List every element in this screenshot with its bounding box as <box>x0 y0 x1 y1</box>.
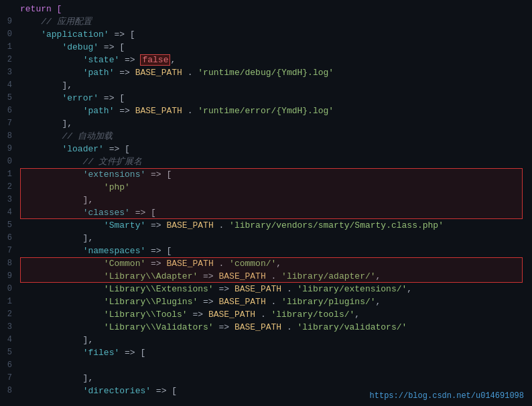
code-token <box>20 29 41 40</box>
code-token: return [ <box>20 4 62 14</box>
code-line: 5 'files' => [ <box>0 346 532 359</box>
line-content: 'Library\\Extensions' => BASE_PATH . 'li… <box>20 283 532 295</box>
line-content: 'extensions' => [ <box>20 168 532 181</box>
code-token <box>20 144 62 154</box>
code-container: return [9 // 应用配置0 'application' => [1 '… <box>0 0 532 406</box>
code-line: 9 'Library\\Adapter' => BASE_PATH . 'lib… <box>0 270 532 283</box>
code-token: 'common/' <box>229 259 276 269</box>
code-token <box>20 220 104 230</box>
code-token: BASE_PATH <box>166 220 213 230</box>
line-content: 'Common' => BASE_PATH . 'common/', <box>20 257 532 270</box>
code-token: 'path' <box>83 68 115 78</box>
code-token: // 应用配置 <box>20 17 92 27</box>
code-token: . <box>214 220 229 230</box>
code-line: 7 'namespaces' => [ <box>0 245 532 257</box>
line-number: 7 <box>0 372 20 385</box>
code-token: . <box>214 259 229 269</box>
code-token: 'application' <box>41 29 109 40</box>
code-token <box>20 322 104 332</box>
code-token: => [ <box>109 29 135 40</box>
line-number: 1 <box>0 295 20 308</box>
code-token: => <box>145 259 166 269</box>
line-number: 6 <box>0 232 20 245</box>
code-line: 3 'path' => BASE_PATH . 'runtime/debug/{… <box>0 66 532 79</box>
line-content: ], <box>20 334 532 346</box>
code-token: // 自动加载 <box>20 131 113 141</box>
code-line: 6 ], <box>0 232 532 245</box>
code-line: 2 'Library\\Tools' => BASE_PATH . 'libra… <box>0 308 532 321</box>
code-line: 2 'state' => false, <box>0 54 532 66</box>
line-content: 'state' => false, <box>20 54 532 66</box>
line-number: 5 <box>0 346 20 359</box>
code-token: => <box>214 322 235 332</box>
code-token: BASE_PATH <box>208 310 255 320</box>
line-number: 4 <box>0 206 20 219</box>
line-content: 'debug' => [ <box>20 41 532 54</box>
line-number: 4 <box>0 79 20 92</box>
code-token: 'library/plugins/' <box>281 297 375 307</box>
code-line: 1 'Library\\Plugins' => BASE_PATH . 'lib… <box>0 295 532 308</box>
line-number: 9 <box>0 143 20 155</box>
code-token: , <box>407 284 412 294</box>
code-token: => <box>188 310 208 320</box>
code-token: 'state' <box>83 55 120 65</box>
line-number: 0 <box>0 28 20 41</box>
code-line: 8 // 自动加载 <box>0 130 532 143</box>
line-number: 3 <box>0 194 20 206</box>
code-token: BASE_PATH <box>135 68 182 78</box>
code-token: BASE_PATH <box>166 259 213 269</box>
code-token: 'library/validators/' <box>297 322 407 332</box>
code-token: 'files' <box>83 348 120 358</box>
code-token <box>20 297 104 307</box>
code-line: 1 'debug' => [ <box>0 41 532 54</box>
line-number: 5 <box>0 219 20 232</box>
line-number: 9 <box>0 270 20 283</box>
code-token: => [ <box>145 246 172 256</box>
code-line: 4 ], <box>0 79 532 92</box>
code-line: 2 'php' <box>0 181 532 194</box>
code-line: return [ <box>0 3 532 15</box>
code-token <box>20 386 83 396</box>
line-content: 'path' => BASE_PATH . 'runtime/debug/{Ym… <box>20 66 532 79</box>
code-token: => <box>114 106 135 116</box>
line-number: 2 <box>0 308 20 321</box>
line-content: ], <box>20 194 532 206</box>
code-line: 4 'classes' => [ <box>0 206 532 219</box>
line-content: ], <box>20 117 532 130</box>
code-token: ], <box>20 195 93 205</box>
code-token: 'Library\\Plugins' <box>104 297 198 307</box>
code-token: => [ <box>145 170 172 180</box>
code-line: 7 ], <box>0 372 532 385</box>
line-number: 9 <box>0 15 20 28</box>
code-token: 'Library\\Extensions' <box>104 284 214 294</box>
code-token: ], <box>20 335 93 345</box>
line-content: 'php' <box>20 181 532 194</box>
line-content: 'error' => [ <box>20 92 532 105</box>
code-line: 6 'path' => BASE_PATH . 'runtime/error/{… <box>0 105 532 117</box>
code-token <box>20 170 83 180</box>
code-token: 'php' <box>104 182 130 192</box>
line-number: 5 <box>0 92 20 105</box>
code-line: 8 'Common' => BASE_PATH . 'common/', <box>0 257 532 270</box>
code-token: 'Library\\Validators' <box>104 322 214 332</box>
code-token: , <box>276 259 281 269</box>
line-content: 'Library\\Validators' => BASE_PATH . 'li… <box>20 321 532 334</box>
line-number: 8 <box>0 385 20 397</box>
line-content: 'Smarty' => BASE_PATH . 'library/vendors… <box>20 219 532 232</box>
line-content: 'Library\\Tools' => BASE_PATH . 'library… <box>20 308 532 321</box>
code-token: . <box>266 297 281 307</box>
line-content: 'Library\\Plugins' => BASE_PATH . 'libra… <box>20 295 532 308</box>
code-token: => [ <box>98 93 125 103</box>
line-number: 8 <box>0 257 20 270</box>
code-token: ], <box>20 233 93 243</box>
code-token: 'Library\\Tools' <box>104 310 188 320</box>
code-token: . <box>255 310 271 320</box>
code-line: 9 // 应用配置 <box>0 15 532 28</box>
code-line: 0 'Library\\Extensions' => BASE_PATH . '… <box>0 283 532 295</box>
line-content: ], <box>20 372 532 385</box>
code-token <box>20 271 104 281</box>
code-token: => <box>214 284 235 294</box>
line-content: 'classes' => [ <box>20 206 532 219</box>
line-number: 6 <box>0 359 20 372</box>
line-number: 0 <box>0 283 20 295</box>
